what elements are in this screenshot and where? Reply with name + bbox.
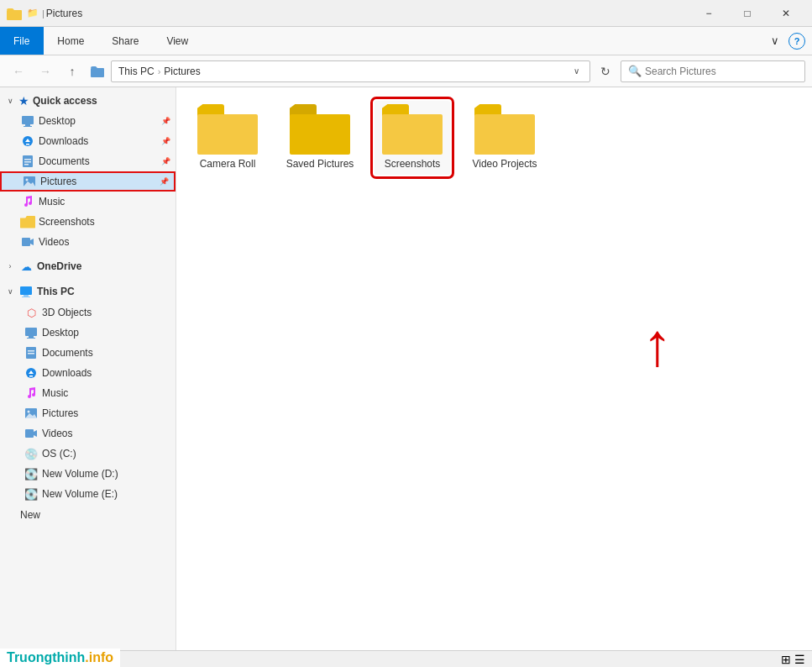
view-list-btn[interactable]: ☰	[794, 653, 805, 666]
sidebar-downloads-pc-label: Downloads	[42, 367, 170, 379]
onedrive-header[interactable]: › ☁ OneDrive	[0, 255, 175, 277]
sidebar-item-desktop-pc[interactable]: Desktop	[0, 323, 175, 343]
sidebar-documents-pin: 📌	[161, 157, 170, 165]
tab-home[interactable]: Home	[44, 27, 98, 55]
address-bar[interactable]: This PC › Pictures ∨	[111, 60, 590, 82]
svg-rect-24	[28, 350, 34, 352]
drive-c-icon: 💿	[24, 446, 39, 461]
sidebar-item-osc[interactable]: 💿 OS (C:)	[0, 444, 175, 464]
sidebar-item-videos-pc[interactable]: Videos	[0, 423, 175, 444]
sidebar-videos-label: Videos	[39, 236, 170, 248]
back-button[interactable]: ←	[7, 60, 30, 83]
svg-rect-25	[28, 353, 34, 355]
sidebar-item-music[interactable]: Music	[0, 192, 175, 212]
folder-screenshots[interactable]: Screenshots	[375, 101, 450, 175]
address-chevron[interactable]: ∨	[570, 66, 583, 76]
ribbon-expand-area: ∨ ?	[758, 27, 812, 55]
downloads-icon	[20, 134, 35, 149]
folder-video-projects[interactable]: Video Projects	[467, 101, 542, 175]
nav-bar: ← → ↑ This PC › Pictures ∨ ↻ 🔍	[0, 55, 812, 87]
quick-access-star-icon: ★	[18, 94, 29, 108]
svg-rect-11	[24, 164, 29, 165]
sidebar-desktop-pc-label: Desktop	[42, 327, 170, 339]
quick-access-header[interactable]: ∨ ★ Quick access	[0, 91, 175, 111]
ribbon: File Home Share View ∨ ?	[0, 27, 812, 55]
sidebar-documents-pc-label: Documents	[42, 347, 170, 359]
ribbon-expand-button[interactable]: ∨	[765, 31, 785, 51]
pictures-pc-icon	[24, 406, 39, 421]
videos-pc-icon	[24, 426, 39, 441]
svg-rect-0	[7, 10, 22, 20]
thispc-header[interactable]: ∨ This PC	[0, 281, 175, 302]
close-button[interactable]: ✕	[767, 0, 805, 27]
sidebar-item-pictures-qa[interactable]: Pictures 📌	[0, 171, 175, 192]
maximize-button[interactable]: □	[728, 0, 767, 27]
svg-rect-21	[29, 336, 34, 338]
3dobjects-icon: ⬡	[24, 305, 39, 320]
title-bar: 📁 | Pictures − □ ✕	[0, 0, 812, 27]
qat-icon1[interactable]: 📁	[27, 8, 39, 18]
forward-button[interactable]: →	[34, 60, 57, 83]
sidebar-item-music-pc[interactable]: Music	[0, 383, 175, 403]
folder-saved-pictures-label: Saved Pictures	[286, 158, 354, 171]
sidebar-item-documents-pc[interactable]: Documents	[0, 343, 175, 363]
content-area: Camera Roll Saved Pictures Screenshots	[176, 87, 812, 650]
title-divider: |	[42, 8, 45, 18]
svg-rect-15	[22, 238, 30, 246]
main-layout: ∨ ★ Quick access Desktop 📌 Downloads 📌	[0, 87, 812, 650]
sidebar-item-3dobjects[interactable]: ⬡ 3D Objects	[0, 302, 175, 323]
sidebar-item-videos[interactable]: Videos	[0, 232, 175, 252]
ribbon-help-button[interactable]: ?	[788, 33, 805, 50]
sidebar-item-downloads-pc[interactable]: Downloads	[0, 363, 175, 383]
folder-saved-pictures[interactable]: Saved Pictures	[282, 101, 358, 175]
thispc-label: This PC	[37, 286, 75, 297]
sidebar: ∨ ★ Quick access Desktop 📌 Downloads 📌	[0, 87, 176, 650]
svg-marker-16	[30, 239, 34, 245]
search-box[interactable]: 🔍	[621, 60, 805, 82]
search-input[interactable]	[645, 66, 779, 77]
sidebar-downloads-qa-label: Downloads	[39, 135, 156, 147]
watermark: Truongthinh.info	[0, 649, 120, 667]
watermark-text2: .info	[85, 650, 113, 664]
folder-screenshots-icon	[382, 104, 443, 155]
sidebar-3dobjects-label: 3D Objects	[42, 307, 170, 318]
address-sep: ›	[158, 66, 161, 76]
tab-file[interactable]: File	[0, 27, 44, 55]
address-thispc[interactable]: This PC	[118, 66, 155, 77]
thispc-icon	[18, 284, 34, 299]
sidebar-item-desktop-qa[interactable]: Desktop 📌	[0, 111, 175, 131]
svg-rect-1	[91, 68, 104, 77]
sidebar-pictures-pc-label: Pictures	[42, 407, 170, 419]
svg-rect-10	[24, 161, 31, 163]
sidebar-item-screenshots[interactable]: Screenshots	[0, 212, 175, 232]
address-pictures[interactable]: Pictures	[164, 66, 200, 77]
folder-camera-roll[interactable]: Camera Roll	[190, 101, 265, 175]
sidebar-item-downloads-qa[interactable]: Downloads 📌	[0, 131, 175, 151]
svg-marker-33	[34, 430, 37, 437]
minimize-button[interactable]: −	[689, 0, 728, 27]
quick-access-label: Quick access	[33, 95, 97, 107]
desktop-pc-icon	[24, 325, 39, 340]
sidebar-item-newd[interactable]: 💽 New Volume (D:)	[0, 464, 175, 484]
svg-rect-3	[25, 124, 30, 126]
folder-saved-pictures-icon	[290, 104, 350, 155]
desktop-icon	[20, 113, 35, 129]
sidebar-music-label: Music	[39, 196, 170, 207]
svg-rect-9	[24, 159, 31, 160]
sidebar-downloads-pin: 📌	[161, 137, 170, 145]
documents-pc-icon	[24, 345, 39, 360]
sidebar-item-pictures-pc[interactable]: Pictures	[0, 403, 175, 423]
folder-grid: Camera Roll Saved Pictures Screenshots	[190, 101, 799, 175]
tab-view[interactable]: View	[153, 27, 202, 55]
pictures-icon	[22, 174, 37, 189]
folder-video-projects-icon	[474, 104, 535, 155]
quick-access-toolbar: 📁	[27, 8, 39, 18]
svg-rect-32	[25, 429, 34, 438]
refresh-button[interactable]: ↻	[594, 60, 617, 83]
up-button[interactable]: ↑	[60, 60, 84, 83]
sidebar-item-newe[interactable]: 💽 New Volume (E:)	[0, 484, 175, 504]
sidebar-newd-label: New Volume (D:)	[42, 468, 170, 480]
view-large-icons-btn[interactable]: ⊞	[781, 653, 791, 666]
sidebar-item-documents-qa[interactable]: Documents 📌	[0, 151, 175, 171]
tab-share[interactable]: Share	[98, 27, 153, 55]
